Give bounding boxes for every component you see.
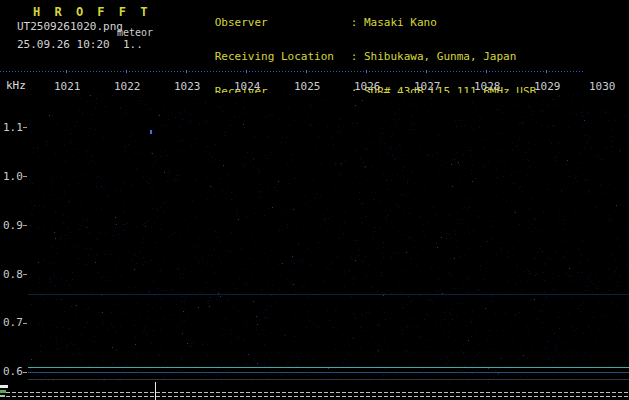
time-tick-label: 1028 [474, 80, 501, 93]
time-tick-label: 1029 [534, 80, 561, 93]
level-meter-origin-mark [0, 385, 8, 388]
info-value: : Shibukawa, Gunma, Japan [351, 50, 517, 63]
freq-tick-label: 0.9 [3, 219, 23, 232]
info-label: Observer [215, 17, 351, 29]
time-axis-ticks [66, 70, 588, 73]
freq-tick-label: 0.7 [3, 316, 23, 329]
freq-tick-label: 1.0 [3, 170, 23, 183]
level-meter-baseline-lower [0, 396, 629, 397]
station-label: meteor [117, 27, 153, 38]
output-filename: UT2509261020.png [17, 20, 123, 33]
level-meter-origin-mark [0, 390, 6, 393]
level-meter-strip [0, 384, 629, 400]
freq-tick-label: 0.6 [3, 365, 23, 378]
time-tick-label: 1026 [354, 80, 381, 93]
level-meter-baseline-upper [0, 392, 629, 393]
info-label: Receiving Location [215, 51, 351, 63]
freq-tick-label: 0.8 [3, 268, 23, 281]
freq-axis-ticks [23, 127, 27, 373]
level-meter-spike [155, 382, 156, 400]
spectrogram [28, 93, 629, 383]
hrofft-output: H R O F F T UT2509261020.png meteor 25.0… [0, 0, 629, 400]
info-row-observer: Observer: Masaki Kano [175, 5, 569, 40]
datetime-label: 25.09.26 10:20 1.. [17, 38, 143, 51]
time-tick-label: 1023 [174, 80, 201, 93]
time-tick-label: 1030 [589, 80, 616, 93]
freq-unit-label: kHz [6, 79, 26, 92]
time-tick-label: 1021 [54, 80, 81, 93]
info-row-location: Receiving Location: Shibukawa, Gunma, Ja… [175, 40, 569, 75]
spectrogram-noise-canvas [28, 93, 629, 383]
freq-tick-label: 1.1 [3, 121, 23, 134]
time-tick-label: 1024 [234, 80, 261, 93]
time-tick-label: 1022 [114, 80, 141, 93]
time-tick-label: 1025 [294, 80, 321, 93]
level-meter-origin-mark [0, 395, 5, 397]
time-tick-label: 1027 [414, 80, 441, 93]
info-value: : Masaki Kano [351, 16, 437, 29]
app-logo: H R O F F T [33, 5, 151, 19]
